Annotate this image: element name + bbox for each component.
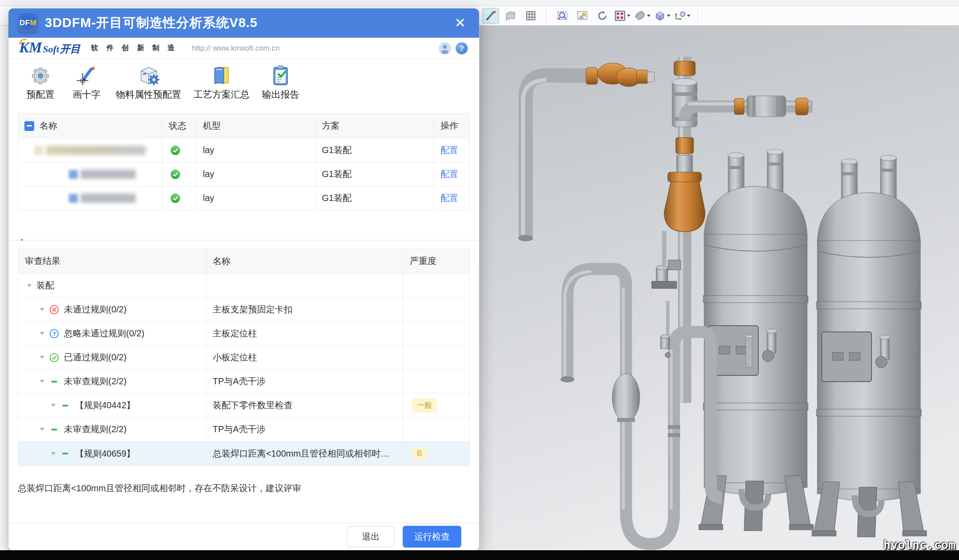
review-row[interactable]: 【规则40659】 总装焊口距离<100mm且管径相同或相邻时，存在... B — [18, 442, 469, 465]
dropdown-caret-icon[interactable] — [667, 15, 670, 17]
expand-caret-icon[interactable] — [27, 284, 32, 287]
dropdown-caret-icon[interactable] — [627, 15, 630, 17]
plan-cell: G1装配 — [316, 138, 434, 162]
image-icon — [576, 10, 588, 22]
cad-toolbar-button[interactable] — [614, 8, 630, 24]
configure-link[interactable]: 配置 — [440, 192, 458, 204]
watermark: hvolnc.com — [883, 538, 955, 552]
orientation-icon — [674, 10, 686, 22]
review-result-cell: 未审查规则(2/2) — [18, 418, 207, 442]
run-check-button[interactable]: 运行检查 — [403, 526, 461, 548]
rule-name-cell: 小板定位柱 — [207, 346, 403, 370]
review-result-cell: 已通过规则(0/2) — [18, 346, 207, 370]
severity-badge: B — [412, 447, 427, 460]
dialog-titlebar[interactable]: DFM 3DDFM-开目可制造性分析系统V8.5 ✕ — [8, 8, 479, 38]
review-row[interactable]: 已通过规则(0/2) 小板定位柱 — [18, 346, 469, 370]
exit-button[interactable]: 退出 — [347, 526, 395, 547]
severity-cell — [403, 298, 469, 322]
cad-toolbar-button[interactable] — [482, 8, 499, 24]
review-row[interactable]: 【规则40442】 装配下零件数里检查 一般 — [18, 394, 469, 418]
toolbar-separator — [546, 9, 547, 23]
logo-swoosh-icon — [18, 38, 28, 45]
configure-link[interactable]: 配置 — [440, 144, 458, 156]
brand-slogan: 软 件 创 新 制 造 — [91, 43, 178, 53]
dialog-title: 3DDFM-开目可制造性分析系统V8.5 — [45, 14, 446, 32]
cad-toolbar-button[interactable] — [502, 8, 519, 24]
expand-caret-icon[interactable] — [40, 356, 44, 359]
severity-cell — [403, 274, 469, 298]
cad-toolbar-button[interactable] — [634, 8, 650, 24]
cad-toolbar-button[interactable] — [654, 8, 670, 24]
rule-minus-icon — [60, 401, 70, 410]
cad-toolbar-button[interactable] — [522, 8, 539, 24]
table-row[interactable]: lay G1装配 配置 — [18, 162, 469, 186]
severity-cell: 一般 — [403, 394, 469, 418]
toolbar-button[interactable]: 画十字 — [63, 64, 110, 101]
rule-name-cell: 总装焊口距离<100mm且管径相同或相邻时，存在... — [207, 442, 403, 465]
expand-caret-icon[interactable] — [51, 404, 55, 407]
review-row[interactable]: 未通过规则(0/2) 主板支架预固定卡扣 — [18, 298, 469, 322]
severity-cell — [403, 370, 469, 394]
close-icon[interactable]: ✕ — [453, 16, 468, 31]
cad-toolbar-button[interactable] — [574, 8, 590, 24]
select-all-checkbox[interactable] — [24, 121, 34, 131]
configure-link[interactable]: 配置 — [440, 168, 458, 180]
model-cell: lay — [197, 186, 316, 210]
expand-caret-icon[interactable] — [51, 452, 55, 455]
cad-toolbar-button[interactable] — [674, 8, 690, 24]
cad-toolbar-button[interactable] — [594, 8, 610, 24]
rule-name-cell: 装配下零件数里检查 — [207, 394, 403, 418]
review-row[interactable]: 未审查规则(2/2) TP与A壳干涉 — [18, 370, 469, 394]
rule-name-cell: TP与A壳干涉 — [207, 418, 403, 442]
toolbar-button[interactable]: 输出报告 — [256, 64, 305, 101]
expand-caret-icon[interactable] — [40, 428, 44, 431]
config-table-header: 名称 状态 机型 方案 操作 — [18, 114, 469, 138]
review-result-cell: 未审查规则(2/2) — [18, 370, 207, 394]
svg-text:?: ? — [52, 331, 56, 337]
table-row[interactable]: lay G1装配 配置 — [18, 138, 469, 162]
expand-caret-icon[interactable] — [40, 308, 44, 311]
review-result-cell: 未通过规则(0/2) — [18, 298, 207, 322]
model-cell: lay — [197, 138, 316, 162]
review-row[interactable]: ? 忽略未通过规则(0/2) 主板定位柱 — [18, 322, 469, 346]
status-ok-icon — [170, 193, 180, 203]
cad-viewport[interactable] — [480, 26, 959, 550]
surface-sheet-icon — [505, 10, 517, 22]
cad-toolbar-button[interactable] — [554, 8, 571, 24]
pencil-cross-icon — [75, 64, 98, 87]
dropdown-caret-icon[interactable] — [687, 15, 690, 17]
grid-icon — [525, 10, 537, 22]
rule-pass-icon — [49, 353, 59, 363]
refresh-icon — [596, 10, 608, 22]
expand-caret-icon[interactable] — [40, 332, 44, 335]
cube-icon — [654, 10, 666, 22]
review-row[interactable]: 装配 — [18, 274, 469, 298]
redacted-part-name — [80, 193, 136, 203]
status-cell — [162, 138, 197, 162]
dialog-footer: 退出 运行检查 — [8, 523, 479, 550]
box-gear-icon — [138, 64, 160, 87]
report-check-icon — [269, 64, 292, 87]
brand-url: http:// www.kmsoft.com.cn — [192, 44, 435, 53]
table-grid-icon — [614, 10, 626, 22]
expand-caret-icon[interactable] — [40, 380, 44, 383]
ribbon-tab-strip — [0, 0, 959, 6]
table-row[interactable]: lay G1装配 配置 — [18, 186, 469, 210]
dropdown-caret-icon[interactable] — [647, 15, 650, 17]
rule-minus-icon — [60, 449, 70, 458]
review-table: 审查结果 名称 严重度 装配 未通过规则(0/2) — [18, 248, 470, 466]
redacted-part-icon — [69, 170, 78, 179]
review-tabs — [8, 219, 479, 241]
redacted-part-name — [46, 146, 146, 155]
rule-ignore-icon: ? — [49, 329, 59, 339]
toolbar-button[interactable]: 预配置 — [17, 64, 63, 101]
user-avatar-icon[interactable] — [438, 42, 452, 55]
toolbar-button[interactable]: 工艺方案汇总 — [187, 64, 256, 101]
help-icon[interactable]: ? — [455, 42, 468, 55]
svg-text:?: ? — [460, 45, 464, 52]
rule-fail-icon — [49, 305, 59, 315]
status-ok-icon — [170, 170, 180, 179]
review-row[interactable]: 未审查规则(2/2) TP与A壳干涉 — [18, 418, 469, 442]
part-name-cell — [18, 138, 162, 162]
toolbar-button[interactable]: 物料属性预配置 — [110, 64, 187, 101]
